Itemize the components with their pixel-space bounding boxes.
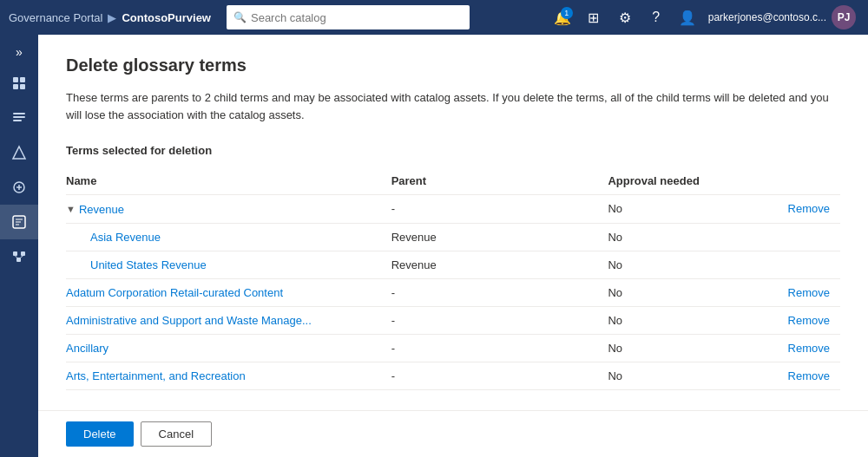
cancel-button[interactable]: Cancel <box>141 421 212 447</box>
term-link[interactable]: Arts, Entertainment, and Recreation <box>66 369 246 382</box>
warning-text: These terms are parents to 2 child terms… <box>66 89 840 123</box>
col-header-action <box>763 167 840 195</box>
gear-icon: ⚙ <box>619 10 631 26</box>
term-link[interactable]: United States Revenue <box>90 258 207 271</box>
remove-button[interactable]: Remove <box>788 369 830 382</box>
remove-button[interactable]: Remove <box>788 314 830 327</box>
svg-rect-5 <box>13 116 25 118</box>
search-icon: 🔍 <box>233 11 247 23</box>
brand-area: Governance Portal ▶ ContosoPurview <box>9 11 211 24</box>
user-name: parkerjones@contoso.c... <box>708 11 826 23</box>
term-link[interactable]: Revenue <box>79 203 124 216</box>
svg-rect-2 <box>13 84 18 89</box>
table-row: United States RevenueRevenueNo <box>66 251 840 278</box>
col-header-approval: Approval needed <box>608 167 762 195</box>
avatar: PJ <box>832 5 856 29</box>
svg-line-14 <box>21 256 23 258</box>
delete-button[interactable]: Delete <box>66 421 134 447</box>
sidebar: » <box>0 35 38 457</box>
svg-rect-12 <box>16 258 21 262</box>
table-row: Administrative and Support and Waste Man… <box>66 306 840 334</box>
footer: Delete Cancel <box>38 410 868 457</box>
sidebar-expand-button[interactable]: » <box>0 38 38 66</box>
sidebar-item-home[interactable] <box>0 66 38 101</box>
main-layout: » Delete glossary terms These terms are … <box>0 35 868 457</box>
help-icon: ? <box>652 10 660 25</box>
feedback-icon: 👤 <box>679 10 696 26</box>
term-link[interactable]: Administrative and Support and Waste Man… <box>66 314 312 327</box>
remove-button[interactable]: Remove <box>788 286 830 299</box>
instance-name: ContosoPurview <box>122 11 211 24</box>
notification-badge: 1 <box>561 7 573 19</box>
search-input[interactable] <box>227 5 470 29</box>
content-area: Delete glossary terms These terms are pa… <box>38 35 868 457</box>
svg-rect-6 <box>13 120 22 121</box>
svg-rect-11 <box>21 251 25 256</box>
term-link[interactable]: Adatum Corporation Retail-curated Conten… <box>66 286 283 299</box>
remove-button[interactable]: Remove <box>788 202 830 215</box>
svg-line-13 <box>16 256 17 258</box>
feedback-button[interactable]: 👤 <box>674 3 701 31</box>
breadcrumb-separator: ▶ <box>108 11 116 24</box>
grid-icon: ⊞ <box>588 10 599 26</box>
portal-name: Governance Portal <box>9 11 102 24</box>
help-button[interactable]: ? <box>642 3 670 31</box>
table-row: Asia RevenueRevenueNo <box>66 223 840 251</box>
section-label: Terms selected for deletion <box>66 144 840 157</box>
topbar: Governance Portal ▶ ContosoPurview 🔍 🔔 1… <box>0 0 868 35</box>
term-link[interactable]: Asia Revenue <box>90 231 161 244</box>
sidebar-item-catalog[interactable] <box>0 101 38 135</box>
chevron-down-icon[interactable]: ▼ <box>66 204 76 214</box>
user-area[interactable]: parkerjones@contoso.c... PJ <box>705 5 859 29</box>
svg-marker-7 <box>13 147 25 159</box>
svg-rect-0 <box>13 77 18 82</box>
table-row: Adatum Corporation Retail-curated Conten… <box>66 278 840 306</box>
table-row: Ancillary-NoRemove <box>66 334 840 362</box>
svg-rect-4 <box>13 113 25 114</box>
col-header-name: Name <box>66 167 391 195</box>
page-content: Delete glossary terms These terms are pa… <box>38 35 868 410</box>
svg-rect-10 <box>13 251 17 256</box>
col-header-parent: Parent <box>391 167 608 195</box>
sidebar-item-management[interactable] <box>0 205 38 239</box>
search-wrapper: 🔍 <box>227 5 470 29</box>
sidebar-item-glossary[interactable] <box>0 170 38 205</box>
table-row: Arts, Entertainment, and Recreation-NoRe… <box>66 362 840 389</box>
topbar-icons: 🔔 1 ⊞ ⚙ ? 👤 parkerjones@contoso.c... PJ <box>549 3 859 31</box>
svg-rect-1 <box>20 77 25 82</box>
terms-table: Name Parent Approval needed ▼Revenue-NoR… <box>66 167 840 390</box>
settings-button[interactable]: ⚙ <box>611 3 639 31</box>
notification-button[interactable]: 🔔 1 <box>549 3 576 31</box>
term-link[interactable]: Ancillary <box>66 342 108 355</box>
table-row: ▼Revenue-NoRemove <box>66 195 840 224</box>
remove-button[interactable]: Remove <box>788 342 830 355</box>
sidebar-item-datamap[interactable] <box>0 239 38 274</box>
svg-rect-3 <box>20 84 25 89</box>
page-title: Delete glossary terms <box>66 55 840 75</box>
grid-button[interactable]: ⊞ <box>580 3 608 31</box>
sidebar-item-insights[interactable] <box>0 135 38 170</box>
